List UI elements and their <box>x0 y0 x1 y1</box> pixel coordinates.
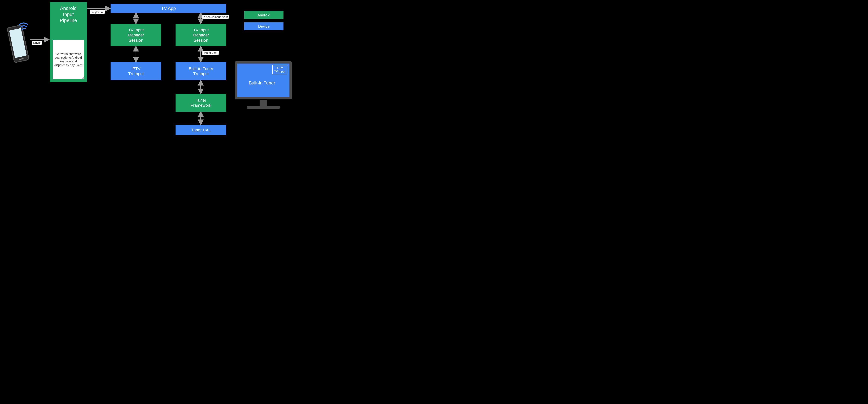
tims-right-box: TV Input Manager Session <box>176 24 226 46</box>
svg-rect-13 <box>247 106 280 109</box>
edge-label-inputevent: InputEvent <box>203 51 219 55</box>
legend-android-box: Android <box>244 11 283 19</box>
iptv-input-label: IPTV TV Input <box>128 66 144 77</box>
remote-device-icon <box>6 19 30 67</box>
legend-device-label: Device <box>258 24 270 29</box>
android-input-pipeline-label: Android Input Pipeline <box>60 5 77 24</box>
tv-app-box: TV App <box>111 4 226 13</box>
tuner-framework-box: Tuner Framework <box>176 94 226 112</box>
tv-badge-text: IPTV TV Input <box>274 66 285 73</box>
tims-left-box: TV Input Manager Session <box>111 24 161 46</box>
tv-screen-label-text: Built-in Tuner <box>249 80 275 85</box>
iptv-input-box: IPTV TV Input <box>111 62 161 80</box>
pipeline-note: Converts hardware scancode to Android ke… <box>53 40 84 79</box>
edge-label-driver-text: Driver <box>33 41 41 44</box>
tuner-hal-label: Tuner HAL <box>191 127 211 133</box>
edge-label-dispatchinputevent: dispatchInputEvent <box>203 15 229 19</box>
edge-label-inputevent-text: InputEvent <box>204 51 217 54</box>
edge-label-keyevent-text: KeyEvent <box>92 10 103 13</box>
tv-monitor-icon: IPTV TV Input Built-in Tuner <box>234 60 293 113</box>
legend-device-box: Device <box>244 22 283 30</box>
legend-android-label: Android <box>257 13 271 18</box>
tims-left-label: TV Input Manager Session <box>128 27 144 43</box>
edge-label-keyevent: KeyEvent <box>90 10 105 14</box>
tuner-hal-box: Tuner HAL <box>176 125 226 135</box>
tv-screen-label: Built-in Tuner <box>249 80 275 86</box>
edge-label-driver: Driver <box>32 41 42 45</box>
tv-app-label: TV App <box>161 6 176 11</box>
tims-right-label: TV Input Manager Session <box>193 27 209 43</box>
tv-badge: IPTV TV Input <box>272 65 287 75</box>
builtin-tuner-input-label: Built-in-Tuner TV Input <box>189 66 213 77</box>
svg-rect-12 <box>259 100 267 106</box>
builtin-tuner-input-box: Built-in-Tuner TV Input <box>176 62 226 80</box>
tuner-framework-label: Tuner Framework <box>191 98 211 108</box>
edge-label-dispatchinputevent-text: dispatchInputEvent <box>204 15 228 19</box>
pipeline-note-text: Converts hardware scancode to Android ke… <box>54 52 83 67</box>
